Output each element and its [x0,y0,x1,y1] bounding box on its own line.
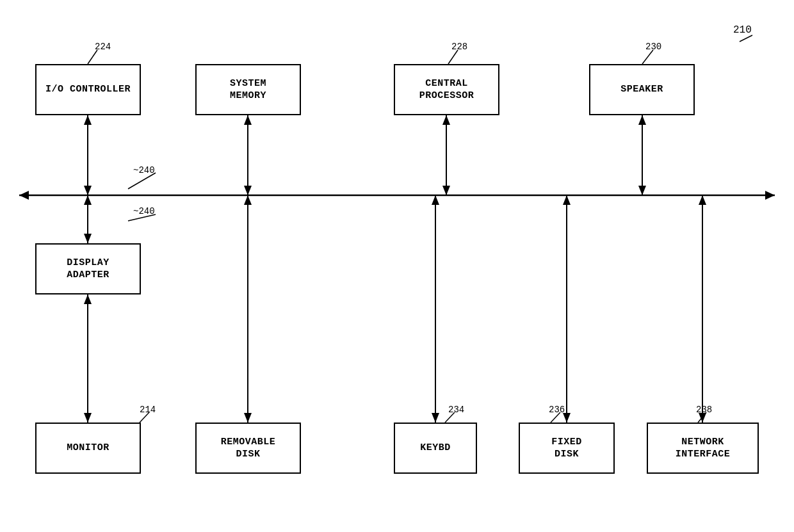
ref-228: 228 [451,42,467,52]
svg-marker-17 [84,195,92,205]
svg-marker-25 [432,413,439,423]
svg-marker-1 [19,191,29,200]
svg-marker-22 [244,413,252,423]
svg-marker-26 [432,195,439,205]
display-adapter-box: DISPLAYADAPTER [35,243,141,294]
svg-marker-10 [442,115,450,125]
ref-240-upper: ~240 [133,165,155,175]
svg-marker-14 [638,186,646,195]
svg-marker-32 [699,195,706,205]
diagram: I/O CONTROLLER SYSTEMMEMORY CENTRALPROCE… [0,0,794,532]
removable-disk-box: REMOVABLEDISK [195,423,301,474]
ref-236: 236 [549,405,565,415]
ref-238: 238 [696,405,712,415]
network-interface-box: NETWORKINTERFACE [647,423,759,474]
svg-marker-4 [84,115,92,125]
svg-line-36 [642,50,653,64]
svg-marker-5 [84,186,92,195]
ref-234: 234 [448,405,464,415]
svg-marker-11 [442,186,450,195]
svg-line-35 [448,50,458,64]
io-controller-box: I/O CONTROLLER [35,64,141,115]
monitor-box: MONITOR [35,423,141,474]
svg-marker-23 [244,195,252,205]
keybd-box: KEYBD [394,423,477,474]
ref-214: 214 [140,405,156,415]
central-processor-box: CENTRALPROCESSOR [394,64,499,115]
ref-210: 210 [733,24,752,36]
speaker-box: SPEAKER [589,64,695,115]
svg-marker-16 [84,234,92,243]
svg-line-34 [88,50,97,64]
svg-marker-2 [765,191,775,200]
ref-240-lower: ~240 [133,206,155,216]
svg-marker-7 [244,115,252,125]
svg-marker-13 [638,115,646,125]
system-memory-box: SYSTEMMEMORY [195,64,301,115]
svg-marker-8 [244,186,252,195]
svg-line-33 [740,35,752,42]
svg-marker-29 [563,195,571,205]
ref-230: 230 [645,42,661,52]
fixed-disk-box: FIXEDDISK [519,423,615,474]
svg-marker-20 [84,294,92,304]
ref-224: 224 [95,42,111,52]
svg-marker-19 [84,413,92,423]
